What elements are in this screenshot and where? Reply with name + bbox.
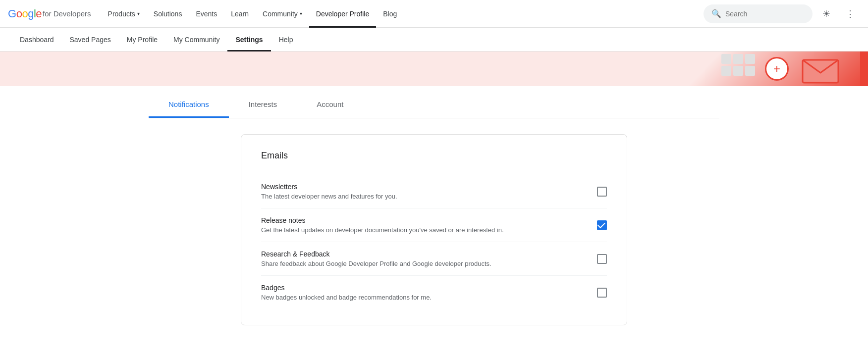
nav-developer-profile[interactable]: Developer Profile xyxy=(309,0,376,28)
research-feedback-checkbox-wrapper xyxy=(597,254,607,264)
chevron-down-icon: ▾ xyxy=(137,11,140,16)
nav-items: Products ▾ Solutions Events Learn Commun… xyxy=(101,0,698,28)
secondary-nav: Dashboard Saved Pages My Profile My Comm… xyxy=(0,28,868,51)
banner-grid-graphic xyxy=(721,54,761,84)
sec-nav-saved-pages[interactable]: Saved Pages xyxy=(62,28,119,51)
research-feedback-checkbox[interactable] xyxy=(597,254,607,264)
banner-plus-circle: + xyxy=(765,57,789,81)
svg-rect-1 xyxy=(733,54,743,64)
more-vert-icon: ⋮ xyxy=(846,8,855,19)
badges-checkbox[interactable] xyxy=(597,288,607,298)
sec-nav-my-community[interactable]: My Community xyxy=(165,28,227,51)
nav-products[interactable]: Products ▾ xyxy=(101,0,147,28)
email-row-research-text: Research & Feedback Share feedback about… xyxy=(261,250,491,267)
research-feedback-title: Research & Feedback xyxy=(261,250,491,258)
sec-nav-help[interactable]: Help xyxy=(271,28,301,51)
top-nav: Google for Developers Products ▾ Solutio… xyxy=(0,0,868,28)
brightness-icon: ☀ xyxy=(822,8,830,19)
release-notes-checkbox[interactable] xyxy=(597,220,607,230)
research-feedback-desc: Share feedback about Google Developer Pr… xyxy=(261,260,491,267)
banner-red-bar xyxy=(860,51,868,86)
search-input[interactable] xyxy=(725,10,805,18)
nav-solutions[interactable]: Solutions xyxy=(147,0,189,28)
newsletters-title: Newsletters xyxy=(261,183,397,191)
more-options-button[interactable]: ⋮ xyxy=(840,4,860,24)
nav-events[interactable]: Events xyxy=(189,0,224,28)
nav-learn[interactable]: Learn xyxy=(224,0,256,28)
chevron-down-icon: ▾ xyxy=(300,11,302,16)
email-row-newsletters: Newsletters The latest developer news an… xyxy=(261,175,607,208)
theme-toggle-button[interactable]: ☀ xyxy=(816,4,836,24)
email-row-badges-text: Badges New badges unlocked and badge rec… xyxy=(261,284,432,301)
svg-rect-4 xyxy=(733,66,743,76)
svg-rect-0 xyxy=(721,54,731,64)
logo-for-developers: for Developers xyxy=(43,9,91,18)
badges-title: Badges xyxy=(261,284,432,292)
release-notes-desc: Get the latest updates on developer docu… xyxy=(261,226,504,234)
banner-decorative: + xyxy=(769,51,868,86)
nav-blog[interactable]: Blog xyxy=(376,0,404,28)
release-notes-checkbox-wrapper xyxy=(597,220,607,230)
release-notes-title: Release notes xyxy=(261,216,504,224)
emails-section-title: Emails xyxy=(261,151,607,161)
badges-checkbox-wrapper xyxy=(597,288,607,298)
google-logo: Google xyxy=(8,7,42,20)
search-icon: 🔍 xyxy=(711,9,721,18)
tab-notifications[interactable]: Notifications xyxy=(149,90,229,118)
email-row-research-feedback: Research & Feedback Share feedback about… xyxy=(261,242,607,276)
email-row-release-notes-text: Release notes Get the latest updates on … xyxy=(261,216,504,234)
logo[interactable]: Google for Developers xyxy=(8,7,91,20)
tab-interests[interactable]: Interests xyxy=(229,90,297,118)
banner-envelope-graphic xyxy=(801,54,840,84)
tab-account[interactable]: Account xyxy=(297,90,363,118)
svg-rect-2 xyxy=(745,54,755,64)
newsletters-checkbox-wrapper xyxy=(597,187,607,197)
settings-tabs: Notifications Interests Account xyxy=(149,90,719,118)
newsletters-desc: The latest developer news and features f… xyxy=(261,193,397,200)
sec-nav-settings[interactable]: Settings xyxy=(227,28,271,51)
newsletters-checkbox[interactable] xyxy=(597,187,607,197)
email-row-release-notes: Release notes Get the latest updates on … xyxy=(261,208,607,242)
search-bar[interactable]: 🔍 xyxy=(704,4,813,23)
sec-nav-my-profile[interactable]: My Profile xyxy=(119,28,165,51)
svg-rect-5 xyxy=(745,66,755,76)
banner: + xyxy=(0,51,868,86)
nav-community[interactable]: Community ▾ xyxy=(256,0,309,28)
badges-desc: New badges unlocked and badge recommenda… xyxy=(261,294,432,301)
email-row-badges: Badges New badges unlocked and badge rec… xyxy=(261,276,607,309)
email-row-newsletters-text: Newsletters The latest developer news an… xyxy=(261,183,397,200)
main-content: Notifications Interests Account Emails N… xyxy=(137,90,731,325)
emails-card: Emails Newsletters The latest developer … xyxy=(241,134,627,325)
sec-nav-dashboard[interactable]: Dashboard xyxy=(12,28,62,51)
svg-rect-3 xyxy=(721,66,731,76)
